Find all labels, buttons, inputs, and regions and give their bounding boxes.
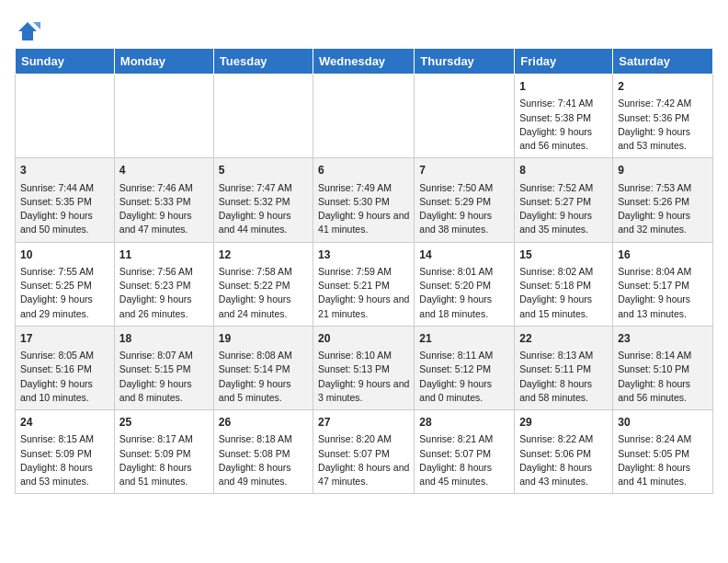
calendar-cell: 30Sunrise: 8:24 AM Sunset: 5:05 PM Dayli…	[613, 410, 713, 494]
day-number: 2	[618, 79, 708, 95]
day-info: Sunrise: 7:42 AM Sunset: 5:36 PM Dayligh…	[618, 97, 708, 153]
calendar-cell: 21Sunrise: 8:11 AM Sunset: 5:12 PM Dayli…	[415, 326, 515, 409]
calendar-cell: 17Sunrise: 8:05 AM Sunset: 5:16 PM Dayli…	[16, 326, 115, 409]
svg-marker-0	[18, 22, 37, 40]
calendar: SundayMondayTuesdayWednesdayThursdayFrid…	[15, 48, 713, 494]
day-info: Sunrise: 8:17 AM Sunset: 5:09 PM Dayligh…	[119, 432, 209, 488]
calendar-cell	[313, 75, 415, 158]
day-number: 28	[419, 415, 509, 431]
day-number: 12	[219, 247, 308, 263]
day-number: 8	[519, 163, 608, 178]
day-info: Sunrise: 8:08 AM Sunset: 5:14 PM Dayligh…	[219, 349, 308, 405]
calendar-cell	[16, 75, 115, 158]
weekday-header-thursday: Thursday	[415, 49, 515, 75]
calendar-cell: 9Sunrise: 7:53 AM Sunset: 5:26 PM Daylig…	[613, 158, 713, 242]
calendar-cell: 8Sunrise: 7:52 AM Sunset: 5:27 PM Daylig…	[515, 158, 613, 242]
day-number: 1	[519, 79, 608, 95]
day-info: Sunrise: 8:15 AM Sunset: 5:09 PM Dayligh…	[20, 432, 109, 488]
weekday-header-row: SundayMondayTuesdayWednesdayThursdayFrid…	[16, 49, 713, 75]
day-info: Sunrise: 8:11 AM Sunset: 5:12 PM Dayligh…	[419, 349, 509, 405]
day-number: 23	[618, 331, 708, 347]
weekday-header-tuesday: Tuesday	[213, 49, 313, 75]
day-info: Sunrise: 8:02 AM Sunset: 5:18 PM Dayligh…	[519, 265, 608, 321]
day-number: 30	[618, 415, 708, 431]
weekday-header-monday: Monday	[114, 49, 213, 75]
calendar-cell: 3Sunrise: 7:44 AM Sunset: 5:35 PM Daylig…	[16, 158, 115, 242]
day-info: Sunrise: 7:50 AM Sunset: 5:29 PM Dayligh…	[419, 181, 509, 237]
day-number: 19	[219, 331, 308, 347]
calendar-cell: 28Sunrise: 8:21 AM Sunset: 5:07 PM Dayli…	[415, 410, 515, 494]
day-info: Sunrise: 8:01 AM Sunset: 5:20 PM Dayligh…	[419, 265, 509, 321]
day-info: Sunrise: 8:22 AM Sunset: 5:06 PM Dayligh…	[519, 432, 608, 488]
week-row-2: 3Sunrise: 7:44 AM Sunset: 5:35 PM Daylig…	[16, 158, 713, 242]
day-info: Sunrise: 7:49 AM Sunset: 5:30 PM Dayligh…	[318, 181, 409, 237]
day-number: 4	[119, 163, 209, 178]
header	[15, 15, 713, 44]
day-info: Sunrise: 8:21 AM Sunset: 5:07 PM Dayligh…	[419, 432, 509, 488]
day-number: 17	[20, 331, 109, 347]
day-info: Sunrise: 7:53 AM Sunset: 5:26 PM Dayligh…	[618, 181, 708, 237]
day-info: Sunrise: 7:58 AM Sunset: 5:22 PM Dayligh…	[219, 265, 308, 321]
day-number: 10	[20, 247, 109, 263]
week-row-1: 1Sunrise: 7:41 AM Sunset: 5:38 PM Daylig…	[16, 75, 713, 158]
day-info: Sunrise: 8:05 AM Sunset: 5:16 PM Dayligh…	[20, 349, 109, 405]
calendar-cell: 26Sunrise: 8:18 AM Sunset: 5:08 PM Dayli…	[213, 410, 313, 494]
day-number: 6	[318, 163, 409, 178]
calendar-cell: 10Sunrise: 7:55 AM Sunset: 5:25 PM Dayli…	[16, 242, 115, 326]
weekday-header-sunday: Sunday	[16, 49, 115, 75]
day-info: Sunrise: 8:24 AM Sunset: 5:05 PM Dayligh…	[618, 432, 708, 488]
day-number: 13	[318, 247, 409, 263]
calendar-cell: 5Sunrise: 7:47 AM Sunset: 5:32 PM Daylig…	[213, 158, 313, 242]
calendar-cell: 16Sunrise: 8:04 AM Sunset: 5:17 PM Dayli…	[613, 242, 713, 326]
calendar-cell: 13Sunrise: 7:59 AM Sunset: 5:21 PM Dayli…	[313, 242, 415, 326]
calendar-cell: 22Sunrise: 8:13 AM Sunset: 5:11 PM Dayli…	[515, 326, 613, 409]
calendar-cell: 6Sunrise: 7:49 AM Sunset: 5:30 PM Daylig…	[313, 158, 415, 242]
day-number: 3	[20, 163, 109, 178]
day-number: 24	[20, 415, 109, 431]
day-info: Sunrise: 8:10 AM Sunset: 5:13 PM Dayligh…	[318, 349, 409, 405]
calendar-cell: 29Sunrise: 8:22 AM Sunset: 5:06 PM Dayli…	[515, 410, 613, 494]
day-info: Sunrise: 8:07 AM Sunset: 5:15 PM Dayligh…	[119, 349, 209, 405]
calendar-cell: 1Sunrise: 7:41 AM Sunset: 5:38 PM Daylig…	[515, 75, 613, 158]
logo-icon	[15, 18, 40, 44]
day-number: 14	[419, 247, 509, 263]
calendar-cell: 20Sunrise: 8:10 AM Sunset: 5:13 PM Dayli…	[313, 326, 415, 409]
calendar-cell: 27Sunrise: 8:20 AM Sunset: 5:07 PM Dayli…	[313, 410, 415, 494]
day-number: 22	[519, 331, 608, 347]
day-info: Sunrise: 7:41 AM Sunset: 5:38 PM Dayligh…	[519, 97, 608, 153]
day-number: 11	[119, 247, 209, 263]
week-row-5: 24Sunrise: 8:15 AM Sunset: 5:09 PM Dayli…	[16, 410, 713, 494]
logo	[15, 18, 44, 44]
calendar-cell: 2Sunrise: 7:42 AM Sunset: 5:36 PM Daylig…	[613, 75, 713, 158]
day-info: Sunrise: 7:44 AM Sunset: 5:35 PM Dayligh…	[20, 181, 109, 237]
calendar-cell: 18Sunrise: 8:07 AM Sunset: 5:15 PM Dayli…	[114, 326, 213, 409]
day-number: 7	[419, 163, 509, 178]
day-info: Sunrise: 8:14 AM Sunset: 5:10 PM Dayligh…	[618, 349, 708, 405]
calendar-cell: 23Sunrise: 8:14 AM Sunset: 5:10 PM Dayli…	[613, 326, 713, 409]
calendar-cell: 19Sunrise: 8:08 AM Sunset: 5:14 PM Dayli…	[213, 326, 313, 409]
day-info: Sunrise: 8:04 AM Sunset: 5:17 PM Dayligh…	[618, 265, 708, 321]
day-number: 21	[419, 331, 509, 347]
calendar-cell	[213, 75, 313, 158]
day-number: 15	[519, 247, 608, 263]
day-number: 27	[318, 415, 409, 431]
day-number: 26	[219, 415, 308, 431]
weekday-header-friday: Friday	[515, 49, 613, 75]
day-info: Sunrise: 7:52 AM Sunset: 5:27 PM Dayligh…	[519, 181, 608, 237]
day-info: Sunrise: 7:47 AM Sunset: 5:32 PM Dayligh…	[219, 181, 308, 237]
day-info: Sunrise: 8:13 AM Sunset: 5:11 PM Dayligh…	[519, 349, 608, 405]
day-info: Sunrise: 8:20 AM Sunset: 5:07 PM Dayligh…	[318, 432, 409, 488]
calendar-cell	[415, 75, 515, 158]
day-number: 18	[119, 331, 209, 347]
day-number: 20	[318, 331, 409, 347]
calendar-cell: 24Sunrise: 8:15 AM Sunset: 5:09 PM Dayli…	[16, 410, 115, 494]
day-number: 9	[618, 163, 708, 178]
calendar-cell: 12Sunrise: 7:58 AM Sunset: 5:22 PM Dayli…	[213, 242, 313, 326]
svg-marker-1	[33, 22, 40, 29]
weekday-header-saturday: Saturday	[613, 49, 713, 75]
calendar-cell: 15Sunrise: 8:02 AM Sunset: 5:18 PM Dayli…	[515, 242, 613, 326]
day-number: 16	[618, 247, 708, 263]
calendar-cell: 11Sunrise: 7:56 AM Sunset: 5:23 PM Dayli…	[114, 242, 213, 326]
day-number: 25	[119, 415, 209, 431]
day-number: 29	[519, 415, 608, 431]
